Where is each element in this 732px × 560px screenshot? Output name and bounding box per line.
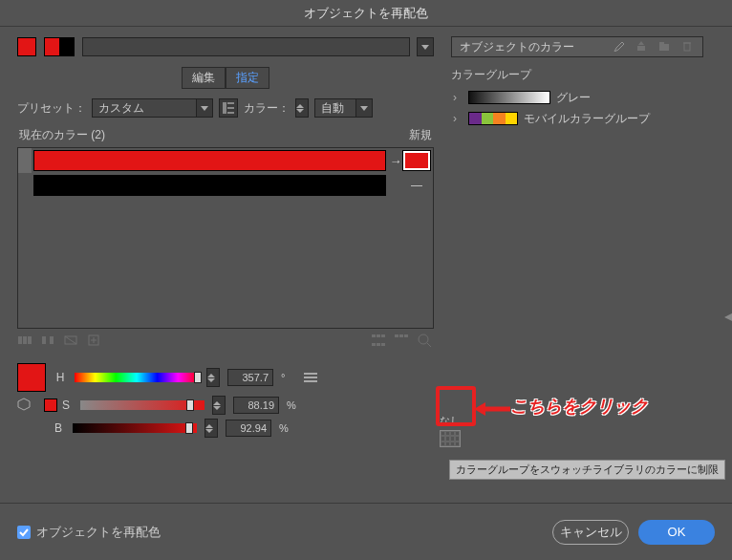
separate-colors-icon[interactable] [40, 333, 57, 350]
svg-rect-23 [377, 343, 380, 346]
brightness-input[interactable] [226, 420, 271, 437]
svg-marker-7 [296, 109, 304, 113]
preset-value: カスタム [92, 98, 197, 118]
color-groups-header: カラーグループ [451, 67, 703, 83]
new-color-swatch[interactable] [403, 151, 430, 170]
color-list-toolbar [17, 329, 434, 357]
saturation-slider[interactable] [80, 400, 205, 410]
no-assignment-icon[interactable]: — [403, 176, 430, 195]
svg-rect-42 [659, 44, 669, 51]
svg-line-15 [65, 336, 76, 344]
brightness-slider[interactable] [73, 423, 197, 433]
artwork-colors-label: オブジェクトのカラー [460, 39, 574, 55]
chevron-down-icon [355, 98, 373, 118]
sort-hue-icon[interactable] [371, 333, 388, 350]
svg-rect-24 [381, 343, 385, 346]
hue-label: H [54, 371, 67, 384]
dialog-footer: オブジェクトを再配色 キャンセル OK [0, 503, 732, 560]
color-group-dropdown-icon[interactable] [417, 37, 434, 56]
grid-options-icon [223, 102, 234, 114]
color-row[interactable]: → [18, 148, 433, 173]
svg-rect-43 [659, 42, 664, 45]
svg-marker-0 [421, 45, 429, 50]
color-group-name-field[interactable] [82, 37, 410, 56]
find-in-wheel-icon[interactable] [417, 333, 434, 350]
svg-rect-11 [28, 336, 32, 344]
svg-marker-41 [638, 41, 644, 45]
row-selection-handle[interactable] [18, 148, 32, 173]
svg-rect-9 [18, 336, 22, 344]
svg-marker-6 [296, 104, 304, 108]
svg-marker-8 [360, 106, 368, 111]
new-row-icon[interactable] [86, 333, 103, 350]
svg-marker-37 [213, 406, 221, 410]
preset-row: プリセット： カスタム カラー： 自動 [17, 98, 434, 118]
artwork-swatch-row [17, 36, 434, 57]
assign-arrow-icon[interactable]: → [388, 154, 403, 168]
active-color-swatch[interactable] [17, 37, 36, 56]
svg-rect-20 [377, 334, 380, 337]
saturation-unit: % [287, 399, 300, 411]
current-colors-header: 現在のカラー (2) 新規 [17, 127, 434, 143]
saturation-label: S [59, 398, 73, 412]
hue-input[interactable] [227, 369, 273, 386]
proof-swatch[interactable] [44, 398, 57, 412]
brightness-stepper[interactable] [205, 419, 218, 438]
svg-rect-19 [372, 334, 376, 337]
svg-rect-25 [395, 334, 398, 337]
color-count-value: 自動 [314, 98, 356, 118]
saturation-input[interactable] [233, 397, 279, 414]
group-name: グレー [556, 90, 591, 106]
color-mode-menu-icon[interactable] [302, 373, 319, 382]
eyedropper-icon[interactable] [613, 40, 626, 54]
tab-assign[interactable]: 指定 [226, 67, 269, 89]
left-panel: 編集 指定 プリセット： カスタム カラー： 自動 [0, 27, 443, 503]
hue-stepper[interactable] [206, 368, 220, 387]
preset-options-button[interactable] [219, 98, 238, 118]
svg-rect-5 [227, 112, 234, 114]
color-count-select[interactable]: 自動 [314, 98, 373, 118]
color-group-item[interactable]: › モバイルカラーグループ [451, 108, 703, 129]
folder-icon[interactable] [658, 40, 672, 54]
preset-label: プリセット： [17, 100, 86, 117]
ok-button[interactable]: OK [638, 520, 715, 545]
checkbox-checked-icon[interactable] [17, 526, 31, 539]
svg-marker-35 [18, 398, 30, 410]
out-of-gamut-icon[interactable] [17, 398, 32, 413]
preset-select[interactable]: カスタム [92, 98, 213, 118]
color-groups-list: › グレー › モバイルカラーグループ [451, 87, 703, 345]
color-row[interactable]: — [18, 173, 433, 198]
svg-marker-36 [213, 401, 221, 405]
current-color-bar[interactable] [33, 150, 386, 171]
cancel-button[interactable]: キャンセル [552, 520, 629, 545]
merge-colors-icon[interactable] [17, 333, 34, 350]
svg-point-28 [419, 334, 428, 344]
group-swatch-strip [468, 91, 550, 104]
svg-marker-38 [205, 424, 213, 428]
color-group-item[interactable]: › グレー [451, 87, 703, 108]
sort-lightness-icon[interactable] [394, 333, 411, 350]
swatch-library-button[interactable] [440, 430, 461, 447]
save-group-icon[interactable] [635, 40, 649, 54]
tab-edit[interactable]: 編集 [182, 67, 226, 89]
recolor-checkbox-label: オブジェクトを再配色 [36, 524, 161, 541]
exclude-colors-icon[interactable] [63, 333, 80, 350]
trash-icon[interactable] [681, 40, 695, 54]
svg-rect-26 [399, 334, 403, 337]
current-edit-swatch[interactable] [17, 363, 46, 392]
color-group-swatch[interactable] [44, 37, 75, 56]
svg-rect-2 [223, 102, 226, 114]
artwork-colors-header: オブジェクトのカラー [451, 36, 703, 57]
recolor-checkbox-row[interactable]: オブジェクトを再配色 [17, 524, 161, 541]
expand-icon[interactable]: › [453, 112, 463, 125]
expand-icon[interactable]: › [453, 91, 463, 104]
color-count-stepper[interactable] [295, 98, 309, 118]
hue-slider[interactable] [75, 373, 199, 382]
right-panel: オブジェクトのカラー カラーグループ › グレー › [443, 27, 717, 503]
saturation-stepper[interactable] [212, 396, 226, 415]
svg-rect-13 [50, 336, 54, 344]
panel-collapse-handle[interactable]: ◀ [724, 310, 732, 325]
recolor-artwork-dialog: オブジェクトを再配色 編集 指定 プリセット： カスタム [0, 0, 732, 560]
color-count-label: カラー： [244, 100, 290, 117]
current-color-bar[interactable] [33, 175, 386, 196]
